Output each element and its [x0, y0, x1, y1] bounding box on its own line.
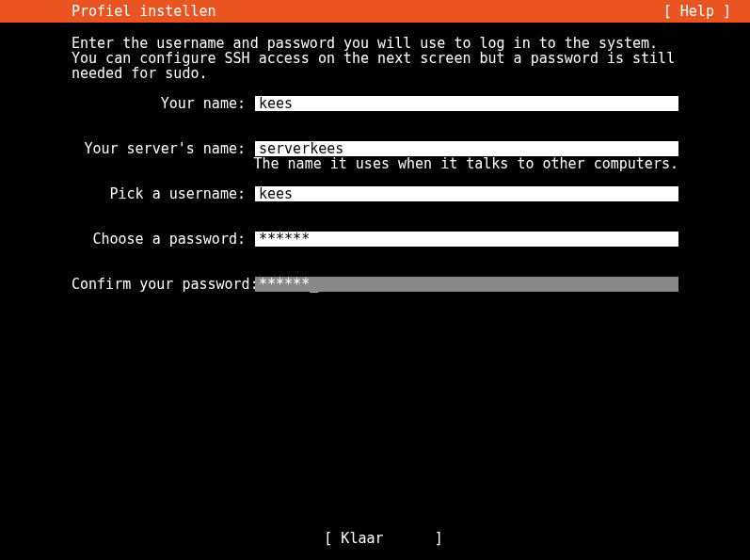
server-row: Your server's name: serverkees	[72, 141, 678, 156]
server-hint: The name it uses when it talks to other …	[253, 156, 678, 171]
password-row: Choose a password: ******	[72, 232, 678, 247]
page-title: Profiel instellen	[72, 4, 216, 19]
password-input[interactable]: ******	[255, 232, 678, 247]
header-bar: Profiel instellen [ Help ]	[0, 0, 750, 23]
name-row: Your name: kees	[72, 96, 678, 111]
server-input[interactable]: serverkees	[255, 141, 678, 156]
intro-text: Enter the username and password you will…	[72, 36, 678, 81]
password-label: Choose a password:	[72, 232, 255, 247]
help-button[interactable]: [ Help ]	[663, 4, 731, 19]
server-hint-row: The name it uses when it talks to other …	[72, 156, 678, 171]
done-button[interactable]: [ Klaar ]	[324, 530, 442, 547]
confirm-row: Confirm your password: ******_	[72, 277, 678, 292]
username-label: Pick a username:	[72, 186, 255, 201]
username-row: Pick a username: kees	[72, 186, 678, 201]
confirm-label: Confirm your password:	[72, 277, 255, 292]
content-area: Enter the username and password you will…	[0, 23, 750, 292]
name-input[interactable]: kees	[255, 96, 678, 111]
confirm-input[interactable]: ******_	[255, 277, 678, 292]
username-input[interactable]: kees	[255, 186, 678, 201]
footer-bar: [ Klaar ]	[0, 513, 750, 547]
name-label: Your name:	[72, 96, 255, 111]
hint-spacer	[72, 156, 253, 171]
server-label: Your server's name:	[72, 141, 255, 156]
